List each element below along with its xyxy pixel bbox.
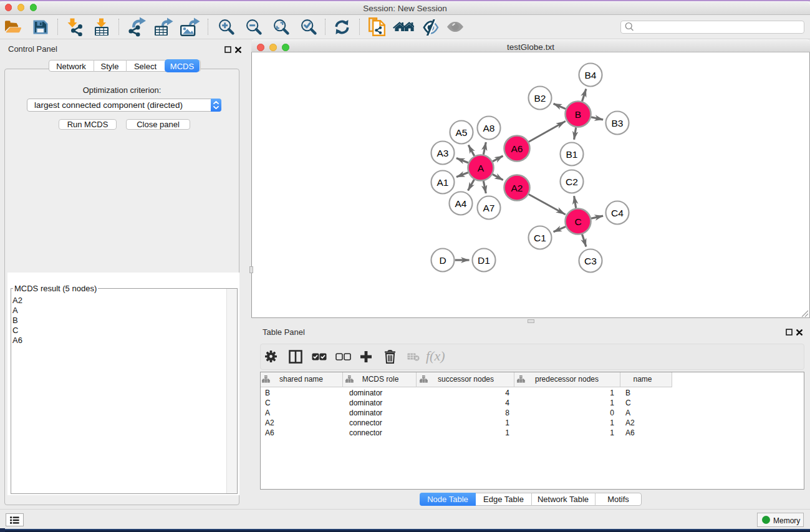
- svg-text:C3: C3: [584, 256, 597, 266]
- svg-text:B1: B1: [566, 149, 578, 160]
- svg-text:B4: B4: [585, 70, 597, 80]
- svg-text:C2: C2: [566, 177, 578, 187]
- svg-text:D: D: [439, 255, 446, 266]
- svg-text:A2: A2: [511, 183, 523, 193]
- svg-text:C1: C1: [534, 233, 546, 243]
- svg-text:B: B: [575, 109, 581, 120]
- svg-text:A3: A3: [437, 148, 449, 158]
- svg-text:B2: B2: [534, 93, 546, 104]
- svg-text:C4: C4: [611, 208, 624, 218]
- svg-text:A5: A5: [456, 127, 468, 138]
- svg-text:A8: A8: [483, 123, 495, 133]
- svg-text:A: A: [478, 163, 485, 173]
- svg-text:B3: B3: [612, 118, 624, 128]
- svg-text:C: C: [574, 216, 581, 227]
- svg-text:A6: A6: [511, 143, 523, 154]
- svg-text:D1: D1: [478, 255, 490, 266]
- svg-text:A1: A1: [437, 177, 449, 188]
- svg-text:A4: A4: [455, 198, 467, 209]
- svg-text:A7: A7: [483, 203, 495, 213]
